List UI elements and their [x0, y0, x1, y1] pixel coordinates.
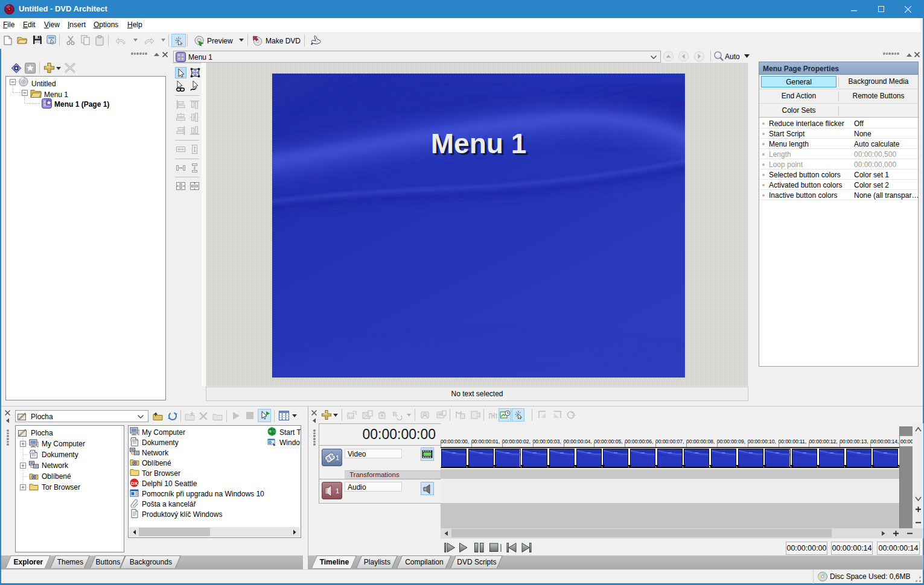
svg-text:Menu 1: Menu 1 [431, 128, 526, 159]
svg-text:DX: DX [131, 481, 138, 486]
